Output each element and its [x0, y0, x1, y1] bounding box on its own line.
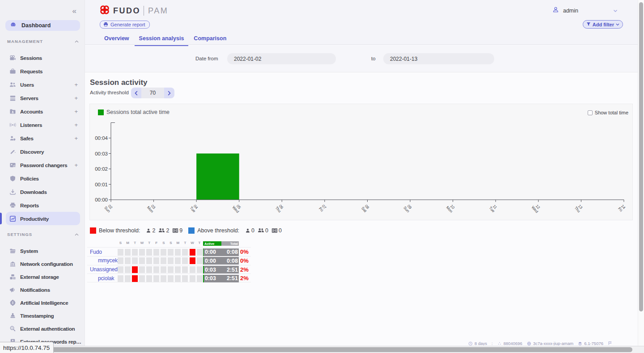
day-cell [168, 257, 174, 264]
sidebar-item-notifications[interactable]: Notifications [0, 283, 85, 296]
day-letter: T [146, 241, 152, 245]
day-cell [118, 266, 123, 273]
sidebar-item-label: Discovery [20, 149, 80, 155]
add-icon[interactable]: + [74, 95, 78, 101]
sidebar-item-external-authentication[interactable]: External authentication [0, 322, 85, 335]
add-filter-button[interactable]: Add filter [583, 20, 623, 29]
tab-session-analysis[interactable]: Session analysis [135, 35, 189, 46]
day-cell [197, 275, 203, 282]
threshold-legend: Below threshold:229Above threshold:000 [90, 227, 282, 234]
sidebar-item-system[interactable]: System [0, 244, 85, 257]
vertical-scrollbar-thumb[interactable] [639, 2, 643, 311]
horizontal-scrollbar[interactable] [0, 346, 644, 353]
storage-icon [9, 273, 16, 280]
sidebar-item-label: Reports [20, 202, 80, 208]
user-menu[interactable]: admin [552, 6, 618, 15]
date-to-input[interactable]: 2022-01-13 [383, 53, 494, 64]
sidebar-item-downloads[interactable]: Downloads [0, 185, 85, 198]
discovery-icon [9, 148, 16, 155]
add-icon[interactable]: + [74, 122, 78, 128]
sidebar-item-policies[interactable]: Policies [0, 172, 85, 185]
day-cell [118, 275, 123, 282]
sidebar-item-label: Safes [20, 135, 74, 141]
active-ratio-stripe [203, 275, 204, 282]
sidebar-item-safes[interactable]: Safes+ [0, 131, 85, 145]
day-cell [197, 266, 203, 273]
sidebar-item-servers[interactable]: Servers+ [0, 91, 85, 105]
total-time: 2:51 [227, 267, 238, 273]
sidebar-item-users[interactable]: Users+ [0, 78, 85, 91]
day-cell [132, 257, 138, 264]
day-cell [168, 266, 174, 273]
user-name: admin [563, 8, 578, 14]
day-letter: T [197, 241, 203, 245]
row-name-link[interactable]: Fudo [90, 249, 102, 255]
day-letter: S [168, 241, 174, 245]
row-name-link[interactable]: pciolak [98, 275, 114, 282]
day-letter: M [125, 241, 131, 245]
sidebar-section-header[interactable]: SETTINGS [0, 231, 85, 237]
threshold-decrease-button[interactable] [131, 88, 141, 98]
sidebar-collapse-icon[interactable]: « [72, 7, 76, 15]
date-to-value: 2022-01-13 [390, 56, 417, 62]
sidebar-item-external-storage[interactable]: External storage [0, 270, 85, 283]
table-row-pciolak: pciolak0:032:512% [87, 273, 251, 282]
date-from-value: 2022-01-02 [234, 56, 261, 62]
status-serial-number: 88040696 [497, 341, 522, 345]
row-name-link[interactable]: mmycek [98, 257, 118, 264]
row-name-link[interactable]: Unassigned [90, 266, 118, 273]
sidebar-item-network-configuration[interactable]: Network configuration [0, 257, 85, 270]
sidebar-item-productivity[interactable]: Productivity [6, 212, 80, 225]
sidebar-item-sessions[interactable]: Sessions [0, 51, 85, 64]
vertical-scrollbar[interactable] [638, 0, 644, 346]
tab-comparison[interactable]: Comparison [189, 35, 231, 46]
threshold-increase-button[interactable] [164, 88, 174, 98]
sidebar-section-header[interactable]: MANAGEMENT [0, 38, 85, 44]
legend-caption: Above threshold: [197, 227, 239, 234]
below-threshold-legend: Below threshold:229 [90, 227, 182, 234]
sidebar-item-timestamping[interactable]: Timestamping [0, 309, 85, 322]
sessions-icon [9, 55, 16, 61]
status-bar: 8 days:880406963c7a-xxxx-jiup-amam6.1-75… [464, 341, 614, 345]
users-count: 0 [251, 227, 254, 234]
sidebar-item-accounts[interactable]: Accounts+ [0, 105, 85, 118]
day-cell [182, 257, 188, 264]
date-from-input[interactable]: 2022-01-02 [227, 53, 336, 64]
sessions-count: 9 [179, 227, 182, 234]
browser-status-url: https://10.0.74.75 [0, 342, 54, 353]
horizontal-scrollbar-thumb[interactable] [4, 347, 632, 352]
active-time: 0:00 [205, 258, 216, 264]
day-letter: W [190, 241, 195, 245]
user-group-icon [158, 227, 165, 234]
day-cell [139, 275, 145, 282]
day-cell [168, 249, 174, 256]
page-title: Session activity [90, 78, 148, 87]
sidebar-item-reports[interactable]: Reports [0, 198, 85, 212]
add-icon[interactable]: + [74, 135, 78, 142]
chevron-down-icon [616, 22, 619, 27]
sidebar-item-label: Password changers [20, 162, 74, 168]
active-ratio-stripe [203, 266, 204, 273]
active-header: Active [203, 241, 221, 246]
add-icon[interactable]: + [74, 108, 78, 115]
sidebar-item-label: Sessions [20, 55, 80, 61]
listeners-icon [9, 122, 16, 128]
generate-report-button[interactable]: Generate report [100, 21, 150, 29]
network-icon [9, 261, 16, 267]
day-cell-below-threshold [132, 275, 138, 282]
status-node-id: 3c7a-xxxx-jiup-amam [527, 341, 573, 345]
sidebar-item-discovery[interactable]: Discovery [0, 145, 85, 158]
safes-icon [9, 135, 16, 142]
day-letter: T [132, 241, 138, 245]
add-icon[interactable]: + [74, 81, 78, 88]
sidebar-item-password-changers[interactable]: Password changers+ [0, 158, 85, 172]
table-row-fudo: Fudo0:000:080% [87, 247, 251, 256]
system-icon [9, 248, 16, 254]
sidebar-item-dashboard[interactable]: Dashboard [5, 20, 80, 31]
add-filter-label: Add filter [593, 22, 614, 27]
sidebar-item-artificial-intelligence[interactable]: Artificial Intelligence [0, 296, 85, 309]
add-icon[interactable]: + [74, 162, 78, 168]
sidebar-item-listeners[interactable]: Listeners+ [0, 118, 85, 131]
sidebar-item-requests[interactable]: Requests [0, 64, 85, 78]
tab-overview[interactable]: Overview [100, 35, 134, 46]
